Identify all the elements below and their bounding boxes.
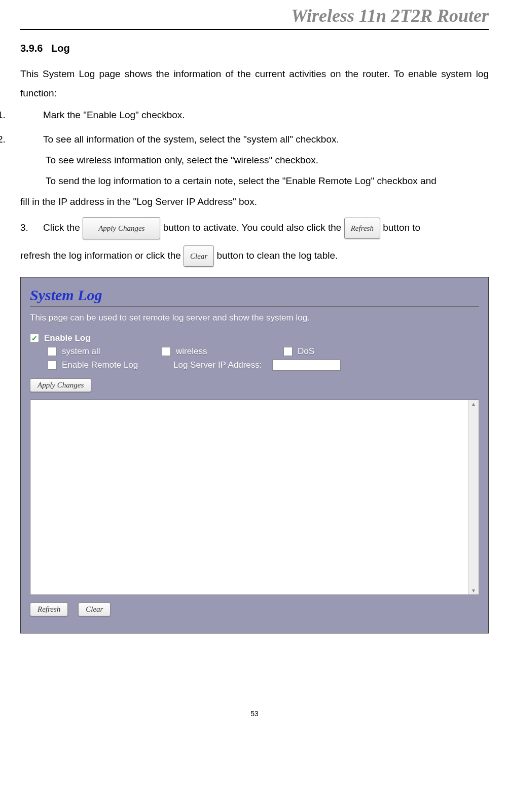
step-3-prefix: 3. [20, 217, 43, 239]
log-textarea[interactable] [30, 400, 479, 595]
page-header-title: Wireless 11n 2T2R Router [20, 0, 489, 30]
section-title: Log [51, 43, 70, 54]
system-all-checkbox[interactable] [48, 347, 57, 356]
section-heading: 3.9.6 Log [20, 43, 489, 54]
page-number: 53 [20, 710, 489, 730]
clear-button[interactable]: Clear [78, 603, 111, 616]
panel-title: System Log [30, 287, 479, 304]
intro-text: This System Log page shows the informati… [20, 64, 489, 103]
dos-label: DoS [298, 346, 314, 357]
refresh-button[interactable]: Refresh [30, 603, 68, 616]
step-1: 1.Mark the "Enable Log" checkbox. [20, 105, 489, 125]
step-3-text-e: button to clean the log table. [217, 250, 338, 261]
wireless-checkbox[interactable] [162, 347, 171, 356]
enable-remote-checkbox[interactable] [48, 361, 57, 370]
panel-desc: This page can be used to set remote log … [30, 313, 479, 323]
step-1-text: Mark the "Enable Log" checkbox. [43, 110, 185, 120]
system-log-panel: System Log This page can be used to set … [20, 277, 489, 633]
refresh-button-inline: Refresh [344, 218, 380, 239]
step-2-text: To see all information of the system, se… [43, 134, 339, 145]
remote-row: Enable Remote Log Log Server IP Address: [48, 360, 479, 371]
log-server-ip-input[interactable] [272, 360, 341, 371]
log-server-label: Log Server IP Address: [173, 360, 262, 370]
apply-changes-button[interactable]: Apply Changes [30, 378, 91, 392]
step-2-sub2a: To send the log information to a certain… [20, 171, 489, 191]
wireless-label: wireless [176, 346, 207, 357]
enable-remote-label: Enable Remote Log [62, 360, 168, 370]
options-row: system all wireless DoS [48, 346, 479, 357]
step-3-text-d: refresh the log information or click the [20, 250, 184, 261]
step-2-sub2b: fill in the IP address in the "Log Serve… [20, 192, 489, 211]
section-number: 3.9.6 [20, 43, 43, 54]
step-3-text-a: Click the [43, 222, 83, 233]
bottom-buttons: Refresh Clear [30, 603, 479, 624]
step-3: 3.Click the Apply Changes button to acti… [20, 217, 489, 239]
enable-log-checkbox[interactable] [30, 334, 39, 343]
enable-log-row: Enable Log [30, 333, 479, 343]
enable-log-label: Enable Log [44, 333, 91, 343]
step-3-line2: refresh the log information or click the… [20, 244, 489, 267]
system-all-label: system all [62, 346, 100, 357]
step-1-prefix: 1. [20, 105, 43, 125]
apply-changes-button-inline: Apply Changes [83, 217, 160, 240]
clear-button-inline: Clear [184, 245, 214, 267]
step-2: 2.To see all information of the system, … [20, 130, 489, 149]
panel-hr [30, 306, 479, 307]
scrollbar-vertical[interactable] [468, 400, 479, 594]
step-2-prefix: 2. [20, 130, 43, 149]
dos-checkbox[interactable] [283, 347, 293, 356]
step-2-sub1: To see wireless information only, select… [20, 151, 489, 170]
step-3-text-c: button to [383, 222, 420, 233]
step-3-text-b: button to activate. You could also click… [163, 222, 344, 233]
